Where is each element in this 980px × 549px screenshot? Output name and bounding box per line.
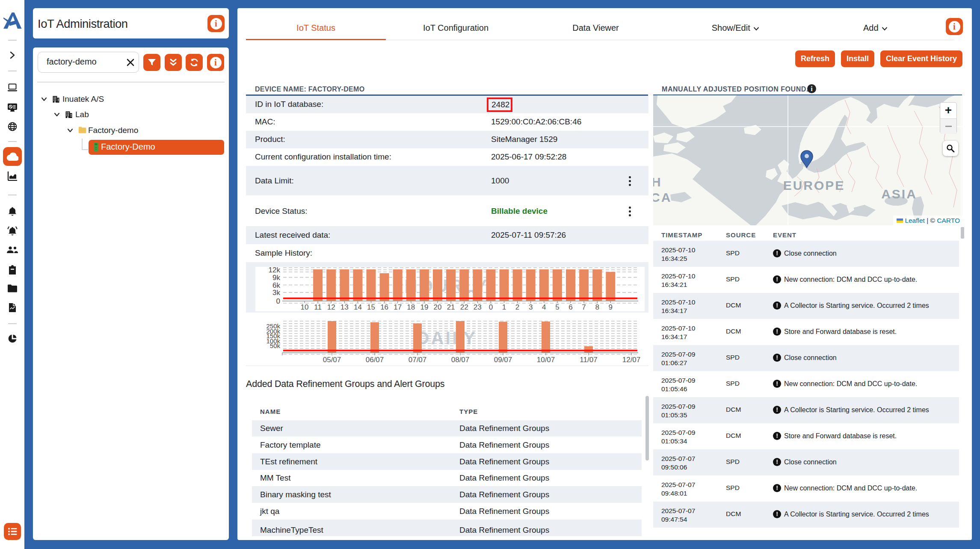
svg-text:09/07: 09/07	[494, 356, 512, 364]
svg-text:21: 21	[447, 303, 455, 311]
svg-text:2: 2	[515, 303, 519, 311]
svg-text:9k: 9k	[272, 274, 280, 282]
svg-text:05/07: 05/07	[323, 356, 341, 364]
svg-text:17: 17	[394, 303, 402, 311]
svg-text:10: 10	[301, 303, 309, 311]
svg-text:5: 5	[555, 303, 559, 311]
svg-text:4: 4	[542, 303, 546, 311]
svg-text:DAILY: DAILY	[416, 328, 477, 348]
svg-text:06/07: 06/07	[366, 356, 384, 364]
svg-text:16: 16	[380, 303, 388, 311]
svg-text:7: 7	[582, 303, 586, 311]
svg-text:14: 14	[354, 303, 362, 311]
svg-text:ASIA: ASIA	[881, 187, 917, 201]
svg-text:20: 20	[434, 303, 442, 311]
svg-text:10/07: 10/07	[537, 356, 555, 364]
svg-text:22: 22	[460, 303, 468, 311]
svg-text:3k: 3k	[272, 289, 280, 297]
svg-text:H: H	[653, 175, 662, 189]
svg-text:13: 13	[340, 303, 349, 311]
svg-text:11/07: 11/07	[580, 356, 597, 364]
svg-text:9: 9	[609, 303, 613, 311]
svg-text:6k: 6k	[272, 281, 280, 289]
svg-text:15: 15	[367, 303, 375, 311]
svg-text:8: 8	[595, 303, 599, 311]
svg-text:18: 18	[407, 303, 415, 311]
svg-text:3: 3	[529, 303, 533, 311]
svg-text:12: 12	[327, 303, 335, 311]
svg-text:08/07: 08/07	[451, 356, 470, 364]
svg-text:12k: 12k	[269, 266, 281, 274]
svg-text:EUROPE: EUROPE	[783, 178, 845, 192]
svg-text:6: 6	[568, 303, 572, 311]
svg-text:23: 23	[474, 303, 482, 311]
svg-text:12/07: 12/07	[622, 356, 641, 364]
svg-text:1: 1	[502, 303, 506, 311]
svg-text:11: 11	[314, 303, 322, 311]
svg-text:50k: 50k	[270, 342, 281, 349]
svg-text:0: 0	[489, 303, 493, 311]
svg-text:07/07: 07/07	[409, 356, 427, 364]
svg-text:CA: CA	[653, 190, 672, 204]
svg-text:0: 0	[276, 297, 280, 305]
svg-text:19: 19	[420, 303, 428, 311]
